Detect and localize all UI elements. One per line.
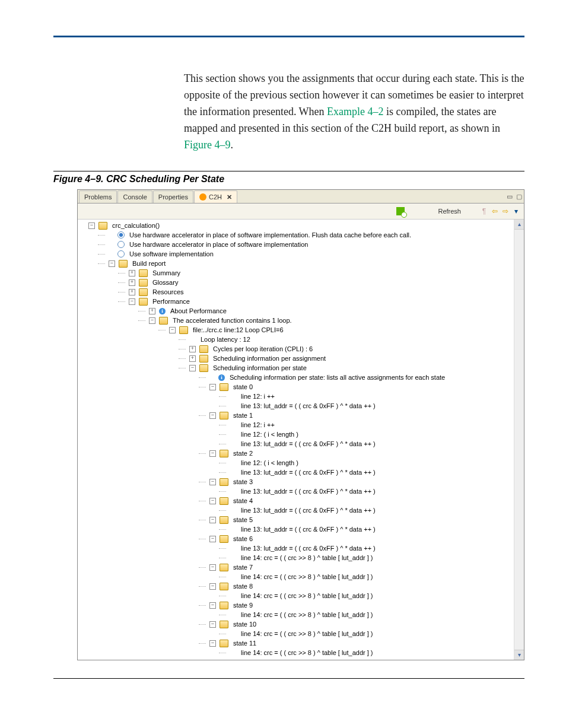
node-state-10[interactable]: state 10 xyxy=(231,619,256,629)
expander-icon[interactable]: + xyxy=(189,346,196,352)
node-root[interactable]: crc_calculation() xyxy=(110,221,160,230)
node-state-7[interactable]: state 7 xyxy=(231,562,253,572)
expander-icon[interactable]: − xyxy=(149,317,155,324)
node-performance[interactable]: Performance xyxy=(150,297,190,306)
folder-icon xyxy=(220,497,228,505)
folder-icon xyxy=(220,516,228,524)
expander-icon[interactable]: − xyxy=(209,583,216,590)
expander-icon[interactable]: − xyxy=(209,640,216,647)
folder-icon xyxy=(98,222,107,230)
node-line-13-lut: line 13: lut_addr = ( ( crc & 0xFF ) ^ *… xyxy=(239,439,376,449)
radio-icon[interactable] xyxy=(117,250,125,257)
node-line-14-crc: line 14: crc = ( ( crc >> 8 ) ^ table [ … xyxy=(239,629,373,638)
node-line-13-lut: line 13: lut_addr = ( ( crc & 0xFF ) ^ *… xyxy=(239,543,376,553)
folder-icon xyxy=(220,602,228,609)
tab-c2h[interactable]: C2H ✕ xyxy=(194,190,237,203)
c2h-icon xyxy=(199,193,206,201)
expander-icon[interactable]: − xyxy=(209,536,216,542)
expander-icon[interactable]: − xyxy=(209,602,216,609)
radio-selected-icon[interactable] xyxy=(117,231,125,239)
node-state-9[interactable]: state 9 xyxy=(231,600,253,610)
node-state-8[interactable]: state 8 xyxy=(231,581,253,591)
folder-icon xyxy=(119,260,128,268)
add-icon[interactable] xyxy=(396,207,405,215)
node-state-6[interactable]: state 6 xyxy=(231,534,253,543)
vertical-scrollbar[interactable]: ▴ ▾ xyxy=(514,220,524,660)
expander-icon[interactable]: + xyxy=(129,279,135,286)
minimize-icon[interactable]: ▭ xyxy=(505,193,514,201)
node-state-0[interactable]: state 0 xyxy=(231,382,253,392)
folder-icon xyxy=(220,383,228,391)
expander-icon[interactable]: − xyxy=(209,517,216,523)
folder-icon xyxy=(220,535,228,543)
tab-problems[interactable]: Problems xyxy=(79,190,117,203)
node-state-5[interactable]: state 5 xyxy=(231,515,253,524)
expander-icon[interactable]: + xyxy=(149,308,155,314)
node-state-1[interactable]: state 1 xyxy=(231,411,253,420)
info-icon: i xyxy=(159,308,166,314)
folder-icon xyxy=(220,478,228,486)
node-build-report[interactable]: Build report xyxy=(130,259,166,268)
expander-icon[interactable]: − xyxy=(209,384,216,390)
intro-paragraph: This section shows you the assignments t… xyxy=(184,71,524,153)
node-state-3[interactable]: state 3 xyxy=(231,477,253,487)
expander-icon[interactable]: − xyxy=(129,298,135,305)
opt-hw[interactable]: Use hardware accelerator in place of sof… xyxy=(127,240,308,249)
maximize-icon[interactable]: ▢ xyxy=(514,193,524,201)
expander-icon[interactable]: − xyxy=(209,412,216,419)
node-line-14-crc: line 14: crc = ( ( crc >> 8 ) ^ table [ … xyxy=(239,591,373,600)
node-state-11[interactable]: state 11 xyxy=(231,638,256,648)
nav-back-icon[interactable]: ⇦ xyxy=(489,207,500,215)
radio-icon[interactable] xyxy=(117,241,125,248)
node-file-line[interactable]: file:../crc.c line:12 Loop CPLI=6 xyxy=(190,325,284,335)
close-icon[interactable]: ✕ xyxy=(227,191,232,203)
opt-sw[interactable]: Use software implementation xyxy=(127,249,214,259)
tab-properties[interactable]: Properties xyxy=(153,190,193,203)
node-sched-info: Scheduling information per state: lists … xyxy=(227,373,445,382)
tab-console[interactable]: Console xyxy=(117,190,152,203)
folder-icon xyxy=(139,288,148,296)
node-about-performance[interactable]: About Performance xyxy=(168,306,227,316)
folder-icon xyxy=(220,564,228,571)
view-tabstrip: Problems Console Properties C2H ✕ ▭ ▢ xyxy=(78,190,524,204)
folder-icon xyxy=(220,583,228,590)
expander-icon[interactable]: + xyxy=(189,355,196,362)
folder-icon xyxy=(199,364,208,372)
node-state-4[interactable]: state 4 xyxy=(231,496,253,506)
expander-icon[interactable]: − xyxy=(169,327,176,333)
node-sched-state[interactable]: Scheduling information per state xyxy=(211,363,307,373)
expander-icon[interactable]: − xyxy=(189,365,196,371)
scroll-up-icon[interactable]: ▴ xyxy=(514,220,524,230)
folder-icon xyxy=(199,345,208,353)
nav-forward-icon[interactable]: ⇨ xyxy=(500,207,511,215)
expander-icon[interactable]: + xyxy=(129,270,135,276)
node-line-14-crc: line 14: crc = ( ( crc >> 8 ) ^ table [ … xyxy=(239,553,373,562)
expander-icon[interactable]: − xyxy=(209,564,216,571)
folder-icon xyxy=(220,412,228,419)
node-resources[interactable]: Resources xyxy=(150,287,184,297)
expander-icon[interactable]: − xyxy=(209,450,216,457)
node-accel-loop[interactable]: The accelerated function contains 1 loop… xyxy=(170,316,292,325)
view-menu-icon[interactable]: ▾ xyxy=(511,207,522,215)
node-cycles[interactable]: Cycles per loop iteration (CPLI) : 6 xyxy=(211,344,313,354)
node-line-13-lut: line 13: lut_addr = ( ( crc & 0xFF ) ^ *… xyxy=(239,487,376,496)
expander-icon[interactable]: − xyxy=(209,479,216,485)
node-sched-assignment[interactable]: Scheduling information per assignment xyxy=(211,354,326,363)
scroll-down-icon[interactable]: ▾ xyxy=(514,650,524,660)
wrap-icon[interactable]: ¶ xyxy=(479,207,489,215)
node-line-12-inc: line 12: i ++ xyxy=(239,420,275,430)
folder-icon xyxy=(220,640,228,647)
node-state-2[interactable]: state 2 xyxy=(231,449,253,458)
tab-c2h-label: C2H xyxy=(209,191,222,203)
expander-icon[interactable]: + xyxy=(129,289,135,295)
folder-icon xyxy=(220,621,228,628)
expander-icon[interactable]: − xyxy=(109,260,115,267)
node-glossary[interactable]: Glossary xyxy=(150,278,178,287)
expander-icon[interactable]: − xyxy=(88,222,95,229)
refresh-link[interactable]: Refresh xyxy=(438,208,461,215)
expander-icon[interactable]: − xyxy=(209,621,216,628)
node-line-12-inc: line 12: i ++ xyxy=(239,392,275,401)
opt-hw-flush[interactable]: Use hardware accelerator in place of sof… xyxy=(127,230,411,240)
expander-icon[interactable]: − xyxy=(209,498,216,504)
node-summary[interactable]: Summary xyxy=(150,268,180,278)
